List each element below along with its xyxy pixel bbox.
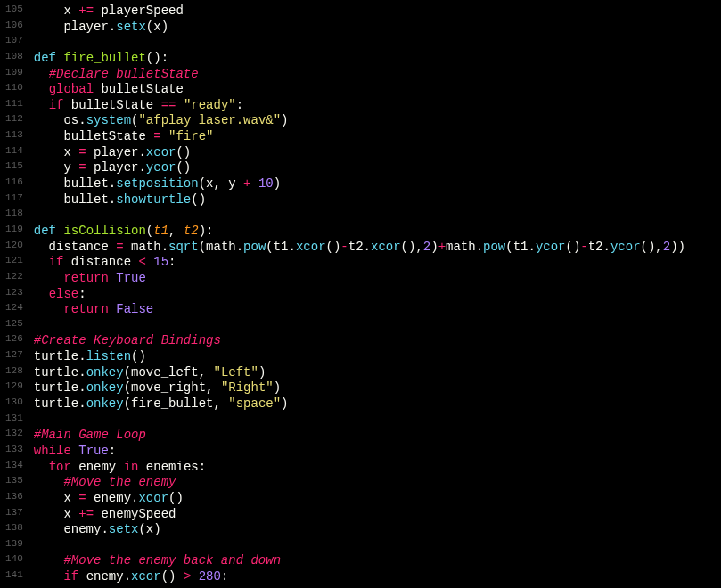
code-line[interactable]: turtle.onkey(move_right, "Right") — [34, 379, 721, 395]
token: . — [289, 240, 296, 254]
token: . — [78, 396, 86, 411]
token: onkey — [86, 380, 124, 395]
code-line[interactable]: turtle.onkey(fire_bullet, "space") — [34, 395, 721, 411]
token: math — [446, 240, 476, 254]
token — [34, 460, 49, 474]
code-line[interactable]: enemy.setx(x) — [34, 520, 721, 536]
token: y — [34, 160, 78, 175]
token: enemy — [86, 491, 131, 505]
line-number: 115 — [5, 159, 23, 175]
token: enemy — [34, 522, 102, 536]
code-line[interactable]: return True — [34, 269, 721, 285]
token: )) — [670, 240, 685, 254]
token: sqrt — [168, 240, 199, 254]
line-number: 126 — [5, 331, 23, 347]
token: xcor — [138, 491, 168, 505]
token: #Create Keyboard Bindings — [34, 333, 221, 347]
token: ycor — [610, 240, 641, 254]
code-line[interactable]: os.system("afplay laser.wav&") — [34, 111, 721, 127]
code-line[interactable]: while True: — [34, 442, 721, 458]
token: "fire" — [168, 129, 213, 143]
line-number: 121 — [5, 253, 23, 269]
token: ( — [146, 224, 153, 238]
code-line[interactable]: if enemy.xcor() > 280: — [34, 568, 721, 584]
token: "Left" — [213, 365, 258, 380]
token: (x) — [138, 522, 160, 536]
token: . — [236, 240, 243, 254]
code-line[interactable] — [34, 411, 721, 427]
token: player — [86, 160, 139, 175]
code-line[interactable]: #Move the enemy back and down — [34, 551, 721, 568]
code-line[interactable]: return False — [34, 300, 721, 316]
token: () — [168, 491, 184, 505]
token: (move_left, — [124, 365, 214, 380]
code-line[interactable]: def isCollision(t1, t2): — [34, 222, 721, 238]
token: ): — [199, 224, 214, 238]
token: #Main Game Loop — [34, 428, 146, 442]
token — [34, 67, 49, 81]
token: . — [78, 365, 86, 380]
code-line[interactable] — [34, 33, 721, 49]
code-line[interactable]: y = player.ycor() — [34, 159, 721, 175]
code-line[interactable]: turtle.onkey(move_left, "Left") — [34, 363, 721, 380]
line-number: 113 — [5, 127, 23, 143]
line-number: 118 — [5, 206, 23, 222]
token: enemy — [71, 460, 124, 474]
code-area[interactable]: x += playerSpeed player.setx(x) def fire… — [30, 0, 721, 588]
token: . — [109, 20, 116, 34]
code-line[interactable]: #Main Game Loop — [34, 426, 721, 442]
code-line[interactable]: x = player.xcor() — [34, 143, 721, 159]
code-line[interactable]: distance = math.sqrt(math.pow(t1.xcor()-… — [34, 238, 721, 254]
code-line[interactable] — [34, 316, 721, 332]
code-line[interactable]: turtle.listen() — [34, 347, 721, 363]
code-line[interactable]: bulletState = "fire" — [34, 127, 721, 143]
code-line[interactable] — [34, 536, 721, 552]
token — [191, 569, 198, 584]
code-line[interactable]: #Declare bulletState — [34, 65, 721, 81]
line-number: 107 — [5, 33, 23, 49]
token — [34, 475, 64, 489]
token: x — [34, 507, 78, 521]
token: True — [78, 444, 109, 458]
token — [161, 129, 168, 143]
token: . — [78, 380, 86, 395]
token: 2 — [423, 240, 430, 254]
token: += — [78, 507, 94, 521]
token: bullet — [34, 176, 109, 191]
token: . — [109, 176, 116, 191]
token: - — [580, 240, 587, 254]
token: pow — [243, 240, 266, 254]
token — [34, 569, 64, 584]
token: math — [124, 240, 161, 254]
code-line[interactable]: #Create Keyboard Bindings — [34, 331, 721, 347]
token: player — [34, 20, 109, 34]
code-line[interactable]: bullet.showturtle() — [34, 191, 721, 207]
code-line[interactable]: bullet.setposition(x, y + 10) — [34, 175, 721, 191]
token: x — [34, 491, 78, 505]
code-line[interactable]: player.setx(x) — [34, 18, 721, 34]
code-line[interactable]: for enemy in enemies: — [34, 458, 721, 474]
code-line[interactable]: if distance < 15: — [34, 253, 721, 269]
token: . — [78, 349, 86, 363]
token: () — [131, 349, 146, 363]
code-line[interactable]: x = enemy.xcor() — [34, 489, 721, 505]
token: . — [124, 569, 131, 584]
code-line[interactable] — [34, 206, 721, 222]
token: t2 — [348, 240, 364, 254]
code-line[interactable]: if bulletState == "ready": — [34, 96, 721, 112]
token: False — [116, 302, 153, 316]
code-line[interactable]: global bulletState — [34, 80, 721, 96]
line-number: 129 — [5, 379, 23, 395]
line-number: 132 — [5, 426, 23, 442]
code-line[interactable]: #Move the enemy — [34, 473, 721, 489]
code-line[interactable]: x += enemySpeed — [34, 505, 721, 521]
token — [146, 255, 153, 269]
code-line[interactable]: def fire_bullet(): — [34, 49, 721, 65]
token: turtle — [34, 380, 78, 395]
code-line[interactable]: else: — [34, 285, 721, 301]
code-editor[interactable]: 1051061071081091101111121131141151161171… — [0, 0, 721, 588]
token: . — [528, 240, 535, 254]
token: setx — [109, 522, 139, 536]
token: . — [78, 113, 86, 127]
code-line[interactable]: x += playerSpeed — [34, 2, 721, 18]
